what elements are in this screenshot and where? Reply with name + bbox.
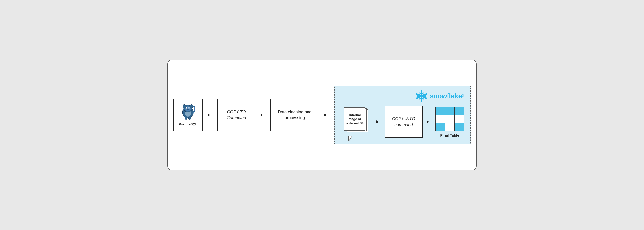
- postgres-label: PostgreSQL: [178, 122, 197, 126]
- table-cell-r2c1: [436, 115, 445, 123]
- snowflake-region: snowflake® Internal stage or ext: [334, 86, 471, 144]
- arrow-1: [203, 115, 217, 115]
- table-cell-r1c2: [445, 107, 455, 115]
- svg-rect-14: [189, 117, 191, 120]
- svg-point-10: [187, 109, 189, 110]
- table-cell-r3c1: [436, 123, 445, 131]
- stage-icon: Internal stage or external S3: [343, 107, 370, 137]
- copy-into-text: COPY INTO command: [392, 116, 415, 128]
- table-cell-r1c3: [454, 107, 464, 115]
- table-cell-r3c2: [445, 123, 455, 131]
- stage-text: Internal stage or external S3: [346, 113, 364, 126]
- arrow-4: [372, 122, 385, 122]
- table-cell-r3c3: [454, 123, 464, 131]
- copy-to-text: COPY TO Command: [227, 109, 246, 121]
- processing-text: Data cleaning and processing: [273, 109, 316, 121]
- page-front: Internal stage or external S3: [344, 107, 365, 131]
- snowflake-icon: [416, 90, 427, 102]
- stage-icon-container: Internal stage or external S3: [340, 106, 372, 138]
- arrow-2: [256, 115, 270, 115]
- snowflake-flow: Internal stage or external S3: [340, 106, 464, 138]
- svg-line-29: [424, 96, 424, 98]
- svg-marker-30: [348, 136, 352, 141]
- flow-row: PostgreSQL COPY TO Command Data cleaning…: [180, 75, 464, 155]
- svg-line-27: [419, 94, 420, 96]
- snowflake-logo: snowflake®: [416, 90, 464, 102]
- table-cell-r1c1: [436, 107, 445, 115]
- processing-box: Data cleaning and processing: [270, 99, 319, 131]
- bubble-tail-svg: [347, 136, 354, 141]
- postgres-box: PostgreSQL: [173, 99, 203, 131]
- svg-point-6: [186, 108, 187, 108]
- table-cell-r2c3: [454, 115, 464, 123]
- svg-rect-13: [185, 117, 188, 120]
- copy-to-box: COPY TO Command: [217, 99, 256, 131]
- svg-point-7: [189, 108, 189, 108]
- final-table-label: Final Table: [440, 133, 459, 137]
- final-table-grid: [435, 107, 464, 131]
- snowflake-wordmark: snowflake®: [430, 92, 464, 100]
- arrow-5: [423, 122, 435, 122]
- stage-text-container: Internal stage or external S3: [344, 108, 366, 131]
- final-table-container: Final Table: [435, 107, 464, 137]
- copy-into-box: COPY INTO command: [385, 106, 423, 138]
- table-cell-r2c2: [445, 115, 455, 123]
- snowflake-header: snowflake®: [340, 90, 464, 102]
- postgresql-logo: [179, 104, 196, 122]
- arrow-3: [319, 115, 334, 115]
- diagram-container: PostgreSQL COPY TO Command Data cleaning…: [167, 60, 477, 170]
